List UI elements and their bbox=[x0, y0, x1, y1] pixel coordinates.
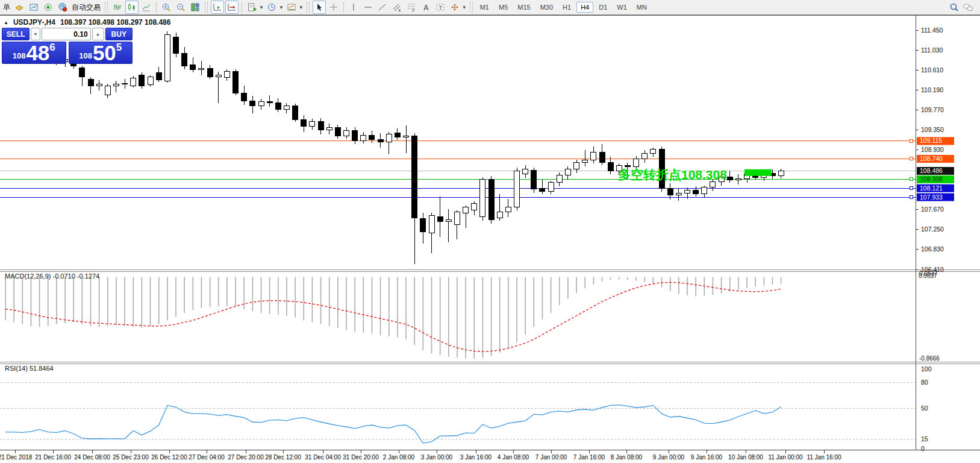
toolbar-grip bbox=[105, 2, 108, 13]
timeframe-button-W1[interactable]: W1 bbox=[613, 2, 631, 13]
candlestick-series bbox=[3, 31, 784, 264]
svg-text:T: T bbox=[439, 5, 442, 11]
time-axis-label: 25 Dec 23:00 bbox=[113, 454, 149, 461]
chat-icon[interactable] bbox=[962, 1, 975, 14]
price-axis[interactable]: 111.450111.030110.610110.190109.770109.3… bbox=[916, 27, 954, 273]
time-axis-label: 10 Jan 08:00 bbox=[728, 454, 763, 461]
time-axis-label: 3 Jan 16:00 bbox=[460, 454, 492, 461]
candlestick-chart-icon[interactable] bbox=[125, 1, 139, 14]
price-axis-label: 106.830 bbox=[921, 245, 944, 253]
svg-text:109.115: 109.115 bbox=[920, 137, 942, 144]
price-axis-label: 108.930 bbox=[921, 146, 944, 153]
trendline-icon[interactable] bbox=[376, 1, 389, 14]
timeframe-button-H4[interactable]: H4 bbox=[576, 2, 593, 13]
templates-icon[interactable] bbox=[285, 1, 298, 14]
macd-histogram bbox=[5, 277, 781, 359]
buy-button[interactable]: BUY bbox=[105, 28, 133, 40]
price-axis-label: 109.350 bbox=[921, 126, 944, 133]
sell-price-box[interactable]: 108 48 6 bbox=[2, 42, 66, 64]
time-axis-label: 26 Dec 12:00 bbox=[151, 454, 187, 461]
rsi-axis-label: 100 bbox=[921, 365, 932, 373]
symbol-title: USDJPY-,H4 bbox=[13, 18, 55, 27]
volume-decrease-button[interactable]: ▼ bbox=[31, 28, 40, 40]
time-axis-label: 8 Jan 08:00 bbox=[611, 454, 643, 461]
chart-window-icon[interactable] bbox=[27, 1, 40, 14]
timeframe-button-M1[interactable]: M1 bbox=[476, 2, 493, 13]
time-axis[interactable]: 21 Dec 201821 Dec 16:0024 Dec 08:0025 De… bbox=[0, 450, 841, 461]
timeframe-button-M5[interactable]: M5 bbox=[495, 2, 512, 13]
search-icon[interactable] bbox=[947, 1, 961, 14]
zoom-in-icon[interactable] bbox=[160, 1, 173, 14]
green-highlight-box bbox=[744, 169, 772, 176]
volume-input[interactable] bbox=[42, 28, 91, 40]
crosshair-icon[interactable] bbox=[327, 1, 340, 14]
auto-scroll-icon[interactable] bbox=[211, 1, 224, 14]
one-click-trade-panel: SELL ▼ ▲ BUY 108 48 6 108 50 5 bbox=[2, 28, 133, 64]
rsi-pane bbox=[0, 382, 916, 443]
sell-button[interactable]: SELL bbox=[2, 28, 30, 40]
svg-text:108.486: 108.486 bbox=[920, 167, 943, 174]
collapse-panel-icon[interactable]: ▲ bbox=[4, 20, 8, 25]
horizontal-line-icon[interactable] bbox=[361, 1, 375, 14]
time-axis-label: 9 Jan 16:00 bbox=[691, 454, 723, 461]
rsi-axis: 1008050150 bbox=[921, 365, 932, 452]
time-axis-label: 21 Dec 16:00 bbox=[35, 454, 71, 461]
arrows-icon[interactable] bbox=[448, 1, 461, 14]
timeframe-button-H1[interactable]: H1 bbox=[558, 2, 575, 13]
time-axis-label: 27 Dec 20:00 bbox=[228, 454, 264, 461]
templates-dropdown-icon[interactable]: ▼ bbox=[299, 5, 304, 10]
main-toolbar: 单 自动交易 ▼ ▼ ▼ E F A T ▼ M1M5M15M30H1H4D1W… bbox=[0, 0, 980, 15]
time-axis-label: 11 Jan 00:00 bbox=[768, 454, 803, 461]
new-order-icon[interactable] bbox=[13, 1, 26, 14]
price-axis-label: 111.030 bbox=[921, 46, 943, 54]
timeframe-button-MN[interactable]: MN bbox=[632, 2, 651, 13]
time-axis-label: 7 Jan 16:00 bbox=[573, 454, 605, 461]
indicators-add-icon[interactable] bbox=[245, 1, 258, 14]
svg-text:108.308: 108.308 bbox=[920, 175, 943, 183]
bar-chart-icon[interactable] bbox=[111, 1, 124, 14]
timeframe-button-M15[interactable]: M15 bbox=[513, 2, 534, 13]
svg-text:A: A bbox=[423, 4, 429, 12]
signal-icon[interactable] bbox=[42, 1, 55, 14]
volume-increase-button[interactable]: ▲ bbox=[92, 28, 104, 40]
fibonacci-icon[interactable]: F bbox=[405, 1, 418, 14]
new-order-button[interactable]: 单 bbox=[1, 2, 12, 13]
time-axis-label: 9 Jan 00:00 bbox=[653, 454, 685, 461]
timeframe-button-M30[interactable]: M30 bbox=[536, 2, 557, 13]
price-axis-label: 110.190 bbox=[921, 86, 943, 93]
autotrading-icon[interactable] bbox=[56, 1, 69, 14]
macd-label: MACD(12,26,9) -0.0710 -0.1274 bbox=[5, 272, 99, 280]
buy-price-pips: 50 bbox=[93, 43, 116, 63]
buy-price-box[interactable]: 108 50 5 bbox=[69, 42, 133, 64]
chart-canvas[interactable]: 111.450111.030110.610110.190109.770109.3… bbox=[0, 0, 980, 463]
svg-text:108.121: 108.121 bbox=[920, 184, 943, 192]
zoom-out-icon[interactable] bbox=[174, 1, 187, 14]
timeframe-button-D1[interactable]: D1 bbox=[595, 2, 611, 13]
svg-text:0.0637: 0.0637 bbox=[919, 272, 937, 279]
autotrading-button[interactable]: 自动交易 bbox=[70, 2, 102, 13]
periods-icon[interactable] bbox=[265, 1, 278, 14]
equidistant-channel-icon[interactable]: E bbox=[390, 1, 404, 14]
tile-windows-icon[interactable] bbox=[189, 1, 202, 14]
periods-dropdown-icon[interactable]: ▼ bbox=[279, 5, 284, 10]
cursor-icon[interactable] bbox=[313, 1, 326, 14]
time-axis-label: 27 Dec 04:00 bbox=[189, 454, 225, 461]
macd-signal-line bbox=[5, 282, 781, 351]
price-axis-label: 109.770 bbox=[921, 106, 944, 113]
macd-axis: 0.05370.0637-0.8666 bbox=[919, 270, 940, 362]
svg-text:F: F bbox=[412, 8, 414, 13]
vertical-line-icon[interactable] bbox=[347, 1, 360, 14]
indicators-dropdown-icon[interactable]: ▼ bbox=[259, 5, 264, 10]
text-label-icon[interactable]: T bbox=[434, 1, 447, 14]
price-axis-label: 110.610 bbox=[921, 66, 943, 74]
svg-text:107.933: 107.933 bbox=[920, 194, 943, 201]
arrows-dropdown-icon[interactable]: ▼ bbox=[462, 5, 467, 10]
rsi-label: RSI(14) 51.8464 bbox=[5, 365, 54, 372]
chart-annotation-text: 多空转折点108.308 bbox=[618, 166, 727, 183]
chart-shift-icon[interactable] bbox=[225, 1, 239, 14]
text-icon[interactable]: A bbox=[419, 1, 432, 14]
rsi-axis-label: 0 bbox=[921, 445, 925, 452]
time-axis-label: 3 Jan 00:00 bbox=[421, 454, 453, 461]
line-chart-icon[interactable] bbox=[140, 1, 153, 14]
time-axis-label: 4 Jan 08:00 bbox=[498, 454, 529, 461]
